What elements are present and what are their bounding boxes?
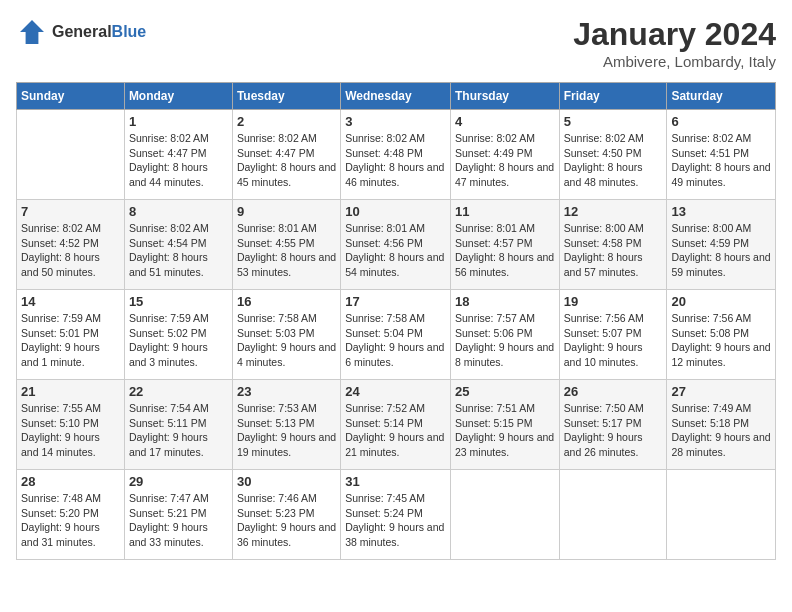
calendar-cell: 8Sunrise: 8:02 AMSunset: 4:54 PMDaylight… <box>124 200 232 290</box>
date-number: 1 <box>129 114 228 129</box>
weekday-header-monday: Monday <box>124 83 232 110</box>
date-number: 6 <box>671 114 771 129</box>
date-number: 14 <box>21 294 120 309</box>
calendar-cell: 9Sunrise: 8:01 AMSunset: 4:55 PMDaylight… <box>232 200 340 290</box>
calendar-cell: 20Sunrise: 7:56 AMSunset: 5:08 PMDayligh… <box>667 290 776 380</box>
cell-info: Sunrise: 8:02 AMSunset: 4:54 PMDaylight:… <box>129 221 228 280</box>
cell-info: Sunrise: 8:00 AMSunset: 4:58 PMDaylight:… <box>564 221 663 280</box>
month-title: January 2024 <box>573 16 776 53</box>
calendar-cell: 4Sunrise: 8:02 AMSunset: 4:49 PMDaylight… <box>450 110 559 200</box>
date-number: 8 <box>129 204 228 219</box>
calendar-cell: 18Sunrise: 7:57 AMSunset: 5:06 PMDayligh… <box>450 290 559 380</box>
calendar-cell: 23Sunrise: 7:53 AMSunset: 5:13 PMDayligh… <box>232 380 340 470</box>
calendar-cell: 21Sunrise: 7:55 AMSunset: 5:10 PMDayligh… <box>17 380 125 470</box>
weekday-header-thursday: Thursday <box>450 83 559 110</box>
cell-info: Sunrise: 7:54 AMSunset: 5:11 PMDaylight:… <box>129 401 228 460</box>
cell-info: Sunrise: 7:58 AMSunset: 5:04 PMDaylight:… <box>345 311 446 370</box>
date-number: 2 <box>237 114 336 129</box>
calendar-cell: 25Sunrise: 7:51 AMSunset: 5:15 PMDayligh… <box>450 380 559 470</box>
logo: GeneralBlue <box>16 16 146 48</box>
calendar-cell: 27Sunrise: 7:49 AMSunset: 5:18 PMDayligh… <box>667 380 776 470</box>
calendar-week-2: 7Sunrise: 8:02 AMSunset: 4:52 PMDaylight… <box>17 200 776 290</box>
cell-info: Sunrise: 7:48 AMSunset: 5:20 PMDaylight:… <box>21 491 120 550</box>
calendar-cell: 15Sunrise: 7:59 AMSunset: 5:02 PMDayligh… <box>124 290 232 380</box>
date-number: 16 <box>237 294 336 309</box>
calendar-week-1: 1Sunrise: 8:02 AMSunset: 4:47 PMDaylight… <box>17 110 776 200</box>
logo-blue: Blue <box>112 23 147 40</box>
cell-info: Sunrise: 7:59 AMSunset: 5:01 PMDaylight:… <box>21 311 120 370</box>
cell-info: Sunrise: 7:45 AMSunset: 5:24 PMDaylight:… <box>345 491 446 550</box>
cell-info: Sunrise: 7:50 AMSunset: 5:17 PMDaylight:… <box>564 401 663 460</box>
calendar-cell <box>450 470 559 560</box>
date-number: 22 <box>129 384 228 399</box>
date-number: 28 <box>21 474 120 489</box>
date-number: 4 <box>455 114 555 129</box>
calendar-cell: 13Sunrise: 8:00 AMSunset: 4:59 PMDayligh… <box>667 200 776 290</box>
calendar-cell: 14Sunrise: 7:59 AMSunset: 5:01 PMDayligh… <box>17 290 125 380</box>
calendar-cell: 16Sunrise: 7:58 AMSunset: 5:03 PMDayligh… <box>232 290 340 380</box>
calendar-cell: 29Sunrise: 7:47 AMSunset: 5:21 PMDayligh… <box>124 470 232 560</box>
cell-info: Sunrise: 8:02 AMSunset: 4:50 PMDaylight:… <box>564 131 663 190</box>
cell-info: Sunrise: 7:57 AMSunset: 5:06 PMDaylight:… <box>455 311 555 370</box>
cell-info: Sunrise: 8:02 AMSunset: 4:52 PMDaylight:… <box>21 221 120 280</box>
calendar-cell: 10Sunrise: 8:01 AMSunset: 4:56 PMDayligh… <box>341 200 451 290</box>
cell-info: Sunrise: 8:01 AMSunset: 4:56 PMDaylight:… <box>345 221 446 280</box>
cell-info: Sunrise: 7:46 AMSunset: 5:23 PMDaylight:… <box>237 491 336 550</box>
calendar-cell: 19Sunrise: 7:56 AMSunset: 5:07 PMDayligh… <box>559 290 667 380</box>
cell-info: Sunrise: 7:53 AMSunset: 5:13 PMDaylight:… <box>237 401 336 460</box>
date-number: 7 <box>21 204 120 219</box>
date-number: 9 <box>237 204 336 219</box>
date-number: 11 <box>455 204 555 219</box>
cell-info: Sunrise: 7:56 AMSunset: 5:07 PMDaylight:… <box>564 311 663 370</box>
calendar-cell: 26Sunrise: 7:50 AMSunset: 5:17 PMDayligh… <box>559 380 667 470</box>
calendar-table: SundayMondayTuesdayWednesdayThursdayFrid… <box>16 82 776 560</box>
location: Ambivere, Lombardy, Italy <box>573 53 776 70</box>
date-number: 18 <box>455 294 555 309</box>
calendar-cell: 12Sunrise: 8:00 AMSunset: 4:58 PMDayligh… <box>559 200 667 290</box>
cell-info: Sunrise: 8:02 AMSunset: 4:51 PMDaylight:… <box>671 131 771 190</box>
calendar-cell <box>17 110 125 200</box>
cell-info: Sunrise: 7:51 AMSunset: 5:15 PMDaylight:… <box>455 401 555 460</box>
calendar-cell <box>667 470 776 560</box>
weekday-header-friday: Friday <box>559 83 667 110</box>
cell-info: Sunrise: 8:02 AMSunset: 4:49 PMDaylight:… <box>455 131 555 190</box>
cell-info: Sunrise: 8:02 AMSunset: 4:47 PMDaylight:… <box>237 131 336 190</box>
calendar-cell <box>559 470 667 560</box>
weekday-header-saturday: Saturday <box>667 83 776 110</box>
cell-info: Sunrise: 7:59 AMSunset: 5:02 PMDaylight:… <box>129 311 228 370</box>
cell-info: Sunrise: 8:02 AMSunset: 4:47 PMDaylight:… <box>129 131 228 190</box>
page-header: GeneralBlue January 2024 Ambivere, Lomba… <box>16 16 776 70</box>
calendar-cell: 7Sunrise: 8:02 AMSunset: 4:52 PMDaylight… <box>17 200 125 290</box>
weekday-header-wednesday: Wednesday <box>341 83 451 110</box>
date-number: 20 <box>671 294 771 309</box>
date-number: 19 <box>564 294 663 309</box>
calendar-cell: 17Sunrise: 7:58 AMSunset: 5:04 PMDayligh… <box>341 290 451 380</box>
date-number: 25 <box>455 384 555 399</box>
date-number: 13 <box>671 204 771 219</box>
svg-marker-0 <box>20 20 44 44</box>
date-number: 3 <box>345 114 446 129</box>
weekday-header-sunday: Sunday <box>17 83 125 110</box>
cell-info: Sunrise: 7:58 AMSunset: 5:03 PMDaylight:… <box>237 311 336 370</box>
calendar-week-3: 14Sunrise: 7:59 AMSunset: 5:01 PMDayligh… <box>17 290 776 380</box>
calendar-cell: 31Sunrise: 7:45 AMSunset: 5:24 PMDayligh… <box>341 470 451 560</box>
cell-info: Sunrise: 7:56 AMSunset: 5:08 PMDaylight:… <box>671 311 771 370</box>
date-number: 5 <box>564 114 663 129</box>
calendar-week-4: 21Sunrise: 7:55 AMSunset: 5:10 PMDayligh… <box>17 380 776 470</box>
date-number: 12 <box>564 204 663 219</box>
cell-info: Sunrise: 7:47 AMSunset: 5:21 PMDaylight:… <box>129 491 228 550</box>
calendar-cell: 1Sunrise: 8:02 AMSunset: 4:47 PMDaylight… <box>124 110 232 200</box>
date-number: 15 <box>129 294 228 309</box>
cell-info: Sunrise: 8:01 AMSunset: 4:57 PMDaylight:… <box>455 221 555 280</box>
weekday-header-tuesday: Tuesday <box>232 83 340 110</box>
date-number: 17 <box>345 294 446 309</box>
calendar-cell: 3Sunrise: 8:02 AMSunset: 4:48 PMDaylight… <box>341 110 451 200</box>
date-number: 23 <box>237 384 336 399</box>
date-number: 21 <box>21 384 120 399</box>
calendar-cell: 5Sunrise: 8:02 AMSunset: 4:50 PMDaylight… <box>559 110 667 200</box>
calendar-cell: 30Sunrise: 7:46 AMSunset: 5:23 PMDayligh… <box>232 470 340 560</box>
logo-general: General <box>52 23 112 40</box>
cell-info: Sunrise: 8:01 AMSunset: 4:55 PMDaylight:… <box>237 221 336 280</box>
date-number: 24 <box>345 384 446 399</box>
cell-info: Sunrise: 7:49 AMSunset: 5:18 PMDaylight:… <box>671 401 771 460</box>
